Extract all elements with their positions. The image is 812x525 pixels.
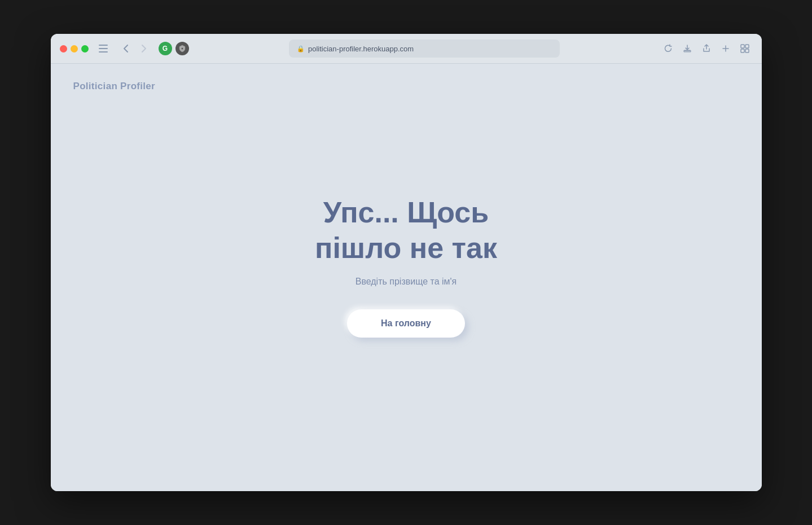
grammarly-icon[interactable]: G [159, 42, 172, 55]
extension-icons: G [159, 42, 189, 55]
download-button[interactable] [679, 41, 695, 56]
browser-window: G 🔒 politician-profiler.herokuapp.com [51, 34, 762, 491]
maximize-button[interactable] [81, 45, 89, 53]
svg-rect-1 [99, 48, 108, 49]
home-button[interactable]: На головну [347, 309, 465, 338]
error-title-line2: пішло не так [315, 231, 497, 264]
error-container: Упс... Щось пішло не так Введіть прізвищ… [73, 92, 739, 474]
svg-rect-8 [745, 49, 749, 53]
tabs-button[interactable] [737, 41, 753, 56]
traffic-lights [60, 45, 89, 53]
close-button[interactable] [60, 45, 67, 53]
minimize-button[interactable] [71, 45, 78, 53]
shield-icon[interactable] [175, 42, 189, 55]
address-bar-container: 🔒 politician-profiler.herokuapp.com [196, 40, 653, 58]
svg-rect-6 [745, 45, 749, 48]
svg-rect-0 [99, 45, 108, 46]
app-logo: Politician Profiler [73, 81, 739, 92]
svg-rect-7 [741, 49, 744, 53]
url-text: politician-profiler.herokuapp.com [308, 45, 414, 53]
page-content: Politician Profiler Упс... Щось пішло не… [51, 64, 762, 491]
error-subtitle: Введіть прізвище та ім'я [355, 277, 457, 287]
add-tab-button[interactable] [718, 41, 734, 56]
browser-controls [118, 41, 152, 56]
address-bar[interactable]: 🔒 politician-profiler.herokuapp.com [289, 40, 560, 58]
forward-button[interactable] [136, 41, 152, 56]
error-title-line1: Упс... Щось [323, 196, 489, 229]
reload-button[interactable] [660, 41, 676, 56]
browser-chrome: G 🔒 politician-profiler.herokuapp.com [51, 34, 762, 64]
svg-point-3 [181, 48, 183, 50]
sidebar-toggle-button[interactable] [95, 41, 111, 56]
svg-rect-5 [741, 45, 744, 48]
lock-icon: 🔒 [297, 45, 305, 53]
share-button[interactable] [699, 41, 714, 56]
back-button[interactable] [118, 41, 134, 56]
browser-actions [660, 41, 753, 56]
svg-rect-2 [99, 51, 108, 53]
error-title: Упс... Щось пішло не так [315, 195, 497, 265]
